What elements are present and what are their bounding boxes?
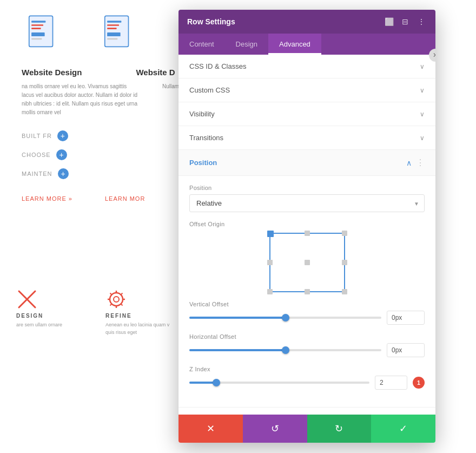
row-settings-panel: Row Settings ⬜ ⊟ ⋮ Content Design Advanc… bbox=[178, 10, 435, 443]
bg-list-col-1: BUILT FR + CHOOSE + MAINTEN + bbox=[22, 130, 69, 179]
vertical-offset-thumb[interactable] bbox=[282, 314, 289, 321]
vertical-offset-track[interactable] bbox=[189, 317, 381, 319]
svg-rect-2 bbox=[31, 24, 43, 26]
bg-title-2: Website D bbox=[136, 68, 175, 77]
position-section: Position ∧ ⋮ Position Static Relative Ab… bbox=[178, 150, 435, 407]
tab-advanced[interactable]: Advanced bbox=[268, 34, 321, 55]
horizontal-offset-thumb[interactable] bbox=[282, 346, 289, 354]
svg-line-21 bbox=[121, 293, 123, 295]
svg-line-22 bbox=[110, 304, 112, 306]
position-content: Position Static Relative Absolute Fixed … bbox=[178, 176, 435, 407]
css-id-classes-label: CSS ID & Classes bbox=[189, 62, 246, 70]
design-text: are sem ullam ornare bbox=[16, 321, 62, 329]
horizontal-offset-row: Horizontal Offset bbox=[189, 333, 425, 357]
origin-top-right[interactable] bbox=[342, 231, 347, 236]
expand-icon[interactable]: ⬜ bbox=[384, 16, 394, 27]
more-icon[interactable]: ⋮ bbox=[416, 16, 427, 27]
bg-icon-1 bbox=[22, 11, 65, 54]
css-id-chevron-icon: ∨ bbox=[420, 63, 425, 70]
position-header-right: ∧ ⋮ bbox=[406, 157, 425, 168]
refine-text: Aenean eu leo lacinia quam v quis risus … bbox=[105, 321, 170, 336]
z-index-inner: 1 bbox=[189, 376, 425, 390]
save-button[interactable]: ✓ bbox=[371, 415, 435, 443]
panel-footer: ✕ ↺ ↻ ✓ bbox=[178, 415, 435, 443]
svg-point-23 bbox=[114, 297, 119, 302]
z-index-thumb[interactable] bbox=[213, 379, 220, 386]
position-section-label: Position bbox=[189, 159, 217, 167]
z-index-track[interactable] bbox=[189, 382, 369, 384]
vertical-offset-input[interactable] bbox=[387, 311, 425, 325]
offset-origin-label: Offset Origin bbox=[189, 221, 425, 227]
list-text-1: BUILT FR bbox=[22, 133, 52, 139]
vertical-offset-label: Vertical Offset bbox=[189, 301, 425, 307]
origin-top-center[interactable] bbox=[305, 231, 310, 236]
vertical-offset-row: Vertical Offset bbox=[189, 301, 425, 325]
custom-css-chevron-icon: ∨ bbox=[420, 87, 425, 94]
origin-mid-right[interactable] bbox=[342, 260, 347, 265]
custom-css-section[interactable]: Custom CSS ∨ bbox=[178, 78, 435, 102]
origin-mid-center[interactable] bbox=[305, 260, 310, 265]
z-index-label: Z Index bbox=[189, 366, 425, 372]
origin-bot-center[interactable] bbox=[305, 289, 310, 294]
transitions-section[interactable]: Transitions ∨ bbox=[178, 126, 435, 150]
process-item-design: DESIGN are sem ullam ornare bbox=[16, 288, 62, 336]
reset-icon: ↺ bbox=[271, 423, 279, 435]
svg-rect-5 bbox=[31, 38, 42, 40]
bg-para-1: na mollis ornare vel eu leo. Vivamus sag… bbox=[22, 82, 141, 117]
panel-title: Row Settings bbox=[187, 17, 235, 26]
cancel-button[interactable]: ✕ bbox=[178, 415, 243, 443]
bg-icon-2 bbox=[97, 11, 141, 54]
refine-icon bbox=[105, 288, 127, 310]
position-more-icon[interactable]: ⋮ bbox=[416, 157, 425, 168]
horizontal-offset-track[interactable] bbox=[189, 349, 381, 351]
list-dot-2: + bbox=[56, 149, 67, 160]
refresh-icon: ↻ bbox=[335, 423, 343, 435]
horizontal-offset-input[interactable] bbox=[387, 343, 425, 357]
svg-rect-6 bbox=[105, 16, 129, 47]
panel-header: Row Settings ⬜ ⊟ ⋮ bbox=[178, 10, 435, 34]
position-section-header[interactable]: Position ∧ ⋮ bbox=[178, 150, 435, 176]
position-select[interactable]: Static Relative Absolute Fixed Sticky bbox=[189, 194, 425, 212]
bg-title-1: Website Design bbox=[22, 68, 82, 77]
design-label: DESIGN bbox=[16, 313, 43, 319]
svg-line-19 bbox=[110, 293, 112, 295]
visibility-section[interactable]: Visibility ∨ bbox=[178, 102, 435, 126]
position-chevron-icon[interactable]: ∧ bbox=[406, 159, 412, 167]
tab-content[interactable]: Content bbox=[178, 34, 225, 55]
bg-btn-1[interactable]: LEARN MORE » bbox=[22, 195, 72, 202]
svg-rect-4 bbox=[31, 32, 45, 36]
horizontal-offset-slider-inner bbox=[189, 343, 425, 357]
save-icon: ✓ bbox=[399, 423, 407, 435]
vertical-offset-fill bbox=[189, 317, 286, 319]
refresh-button[interactable]: ↻ bbox=[307, 415, 372, 443]
origin-top-left[interactable] bbox=[267, 231, 274, 237]
origin-mid-left[interactable] bbox=[267, 260, 273, 265]
svg-rect-10 bbox=[107, 32, 121, 36]
bg-btn-2[interactable]: LEARN MOR bbox=[105, 195, 145, 202]
columns-icon[interactable]: ⊟ bbox=[400, 16, 411, 27]
panel-body: CSS ID & Classes ∨ Custom CSS ∨ Visibili… bbox=[178, 55, 435, 415]
svg-rect-1 bbox=[31, 21, 45, 23]
position-field-label: Position bbox=[189, 185, 425, 191]
horizontal-offset-label: Horizontal Offset bbox=[189, 333, 425, 340]
list-item-2: CHOOSE + bbox=[22, 149, 69, 160]
tab-design[interactable]: Design bbox=[225, 34, 268, 55]
svg-rect-3 bbox=[31, 28, 41, 29]
list-item-1: BUILT FR + bbox=[22, 130, 69, 141]
offset-origin-grid bbox=[269, 233, 345, 292]
panel-tabs: Content Design Advanced bbox=[178, 34, 435, 55]
list-item-3: MAINTEN + bbox=[22, 168, 69, 179]
svg-point-14 bbox=[110, 293, 123, 306]
list-text-2: CHOOSE bbox=[22, 152, 51, 158]
visibility-label: Visibility bbox=[189, 110, 215, 118]
scroll-effects-section[interactable]: Scroll Effects ∨ bbox=[178, 407, 435, 415]
svg-rect-11 bbox=[107, 38, 117, 40]
z-index-input[interactable] bbox=[375, 376, 407, 390]
svg-rect-9 bbox=[107, 28, 117, 29]
reset-button[interactable]: ↺ bbox=[243, 415, 307, 443]
origin-bot-right[interactable] bbox=[342, 289, 347, 294]
z-index-row: Z Index 1 bbox=[189, 366, 425, 390]
origin-bot-left[interactable] bbox=[267, 289, 273, 294]
horizontal-offset-fill bbox=[189, 349, 286, 351]
css-id-classes-section[interactable]: CSS ID & Classes ∨ bbox=[178, 55, 435, 78]
